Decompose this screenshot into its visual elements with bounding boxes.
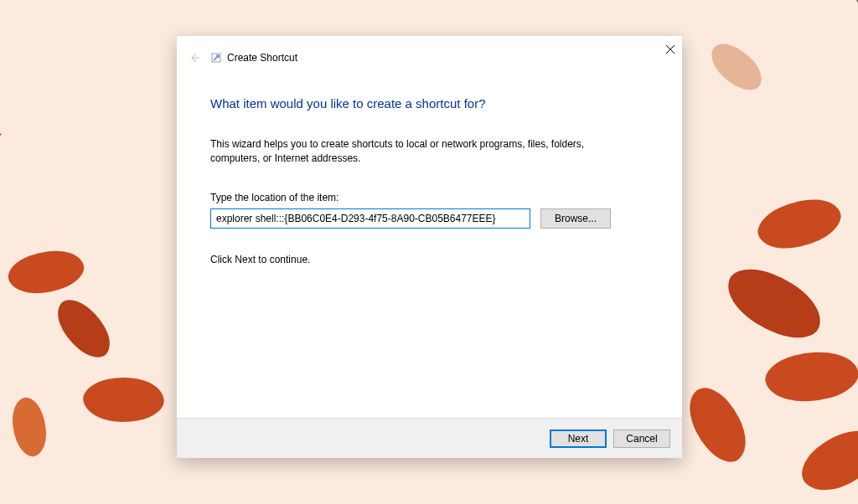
decoration bbox=[718, 260, 831, 346]
browse-button[interactable]: Browse... bbox=[540, 208, 611, 229]
decoration bbox=[46, 293, 121, 365]
dialog-content: What item would you like to create a sho… bbox=[177, 68, 682, 418]
cancel-button[interactable]: Cancel bbox=[613, 429, 670, 448]
decoration bbox=[3, 393, 55, 460]
create-shortcut-dialog: Create Shortcut What item would you like… bbox=[177, 36, 682, 458]
back-arrow-icon bbox=[189, 52, 200, 64]
continue-instruction: Click Next to continue. bbox=[210, 254, 649, 265]
dialog-header: Create Shortcut bbox=[177, 36, 682, 68]
close-icon bbox=[666, 45, 675, 54]
decoration bbox=[752, 185, 847, 262]
location-input[interactable] bbox=[210, 208, 530, 229]
decoration bbox=[793, 414, 858, 504]
decoration bbox=[80, 370, 167, 429]
next-button[interactable]: Next bbox=[550, 429, 607, 448]
shortcut-icon bbox=[210, 52, 222, 64]
decoration bbox=[675, 379, 761, 470]
location-label: Type the location of the item: bbox=[210, 192, 649, 203]
wizard-description: This wizard helps you to create shortcut… bbox=[210, 137, 621, 167]
decoration bbox=[703, 38, 771, 96]
close-button[interactable] bbox=[662, 41, 679, 58]
decoration bbox=[3, 239, 89, 305]
desktop-background: Create Shortcut What item would you like… bbox=[0, 0, 858, 504]
back-button[interactable] bbox=[187, 50, 202, 65]
dialog-title: Create Shortcut bbox=[227, 52, 297, 64]
wizard-heading: What item would you like to create a sho… bbox=[210, 96, 649, 111]
dialog-footer: Next Cancel bbox=[177, 418, 682, 458]
decoration bbox=[0, 133, 2, 269]
location-input-row: Browse... bbox=[210, 208, 649, 229]
decoration bbox=[761, 341, 858, 413]
